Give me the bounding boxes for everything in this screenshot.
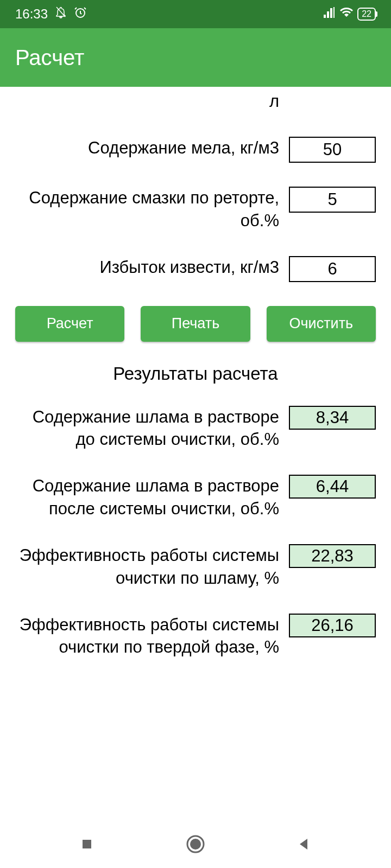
notification-off-icon — [54, 6, 67, 22]
result-value-sludge-before: 8,34 — [289, 406, 376, 430]
result-value-efficiency-sludge: 22,83 — [289, 544, 376, 568]
result-label-efficiency-solid: Эффективность работы системы очистки по … — [15, 614, 279, 659]
nav-back-button[interactable] — [293, 833, 316, 856]
result-label-efficiency-sludge: Эффективность работы системы очистки по … — [15, 544, 279, 590]
results-title: Результаты расчета — [15, 363, 376, 384]
status-right: 22 — [323, 6, 376, 22]
clear-button[interactable]: Очистить — [267, 306, 376, 342]
nav-recent-button[interactable] — [75, 833, 98, 856]
button-row: Расчет Печать Очистить — [15, 306, 376, 342]
status-time: 16:33 — [15, 7, 48, 22]
status-left: 16:33 — [15, 6, 87, 22]
result-row-sludge-before: Содержание шлама в растворе до системы о… — [15, 406, 376, 451]
svg-point-3 — [190, 839, 201, 850]
result-value-sludge-after: 6,44 — [289, 475, 376, 499]
input-chalk[interactable] — [289, 137, 376, 163]
battery-icon: 22 — [357, 8, 376, 21]
result-row-sludge-after: Содержание шлама в растворе после систем… — [15, 475, 376, 520]
input-label-lime: Избыток извести, кг/м3 — [15, 256, 279, 279]
result-value-efficiency-solid: 26,16 — [289, 614, 376, 637]
input-row-lubricant: Содержание смазки по реторте, об.% — [15, 187, 376, 232]
input-lime[interactable] — [289, 256, 376, 282]
result-row-efficiency-solid: Эффективность работы системы очистки по … — [15, 614, 376, 659]
content[interactable]: Содержание хлоридов, мг/ л Содержание ме… — [0, 87, 391, 820]
signal-icon — [323, 6, 336, 22]
input-row-lime: Избыток извести, кг/м3 — [15, 256, 376, 282]
nav-bar — [0, 820, 391, 868]
calc-button[interactable]: Расчет — [15, 306, 124, 342]
print-button[interactable]: Печать — [141, 306, 250, 342]
input-row-chalk: Содержание мела, кг/м3 — [15, 137, 376, 163]
input-label-lubricant: Содержание смазки по реторте, об.% — [15, 187, 279, 232]
input-lubricant[interactable] — [289, 187, 376, 213]
svg-rect-1 — [83, 840, 91, 848]
input-label-chlorides: Содержание хлоридов, мг/ л — [15, 87, 279, 113]
status-bar: 16:33 22 — [0, 0, 391, 28]
result-label-sludge-after: Содержание шлама в растворе после систем… — [15, 475, 279, 520]
app-bar: Расчет — [0, 28, 391, 87]
result-label-sludge-before: Содержание шлама в растворе до системы о… — [15, 406, 279, 451]
result-row-efficiency-sludge: Эффективность работы системы очистки по … — [15, 544, 376, 590]
page-title: Расчет — [15, 46, 84, 70]
nav-home-button[interactable] — [184, 833, 207, 856]
input-label-chalk: Содержание мела, кг/м3 — [15, 137, 279, 159]
battery-level: 22 — [362, 9, 371, 19]
input-row-chlorides-partial: Содержание хлоридов, мг/ л — [15, 87, 376, 113]
wifi-icon — [340, 6, 353, 22]
alarm-icon — [74, 6, 87, 22]
